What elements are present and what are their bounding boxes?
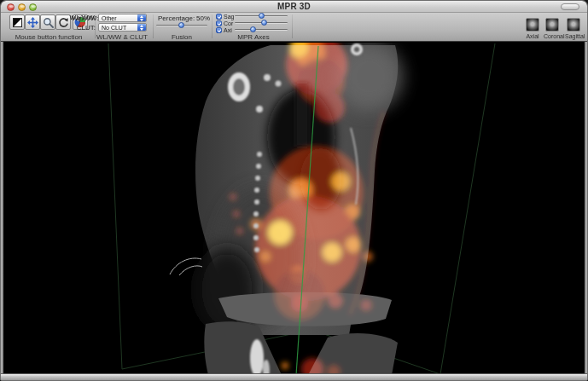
sag-checkbox[interactable]	[216, 14, 222, 20]
coronal-view-label: Coronal	[544, 33, 561, 39]
mouse-group-label: Mouse button function	[6, 33, 91, 41]
wlww-contrast-tool-button[interactable]	[9, 14, 25, 30]
axi-checkbox[interactable]	[216, 27, 222, 33]
toolbar-separator	[153, 14, 154, 38]
fusion-group-label: Fusion	[156, 33, 207, 41]
axial-view-button[interactable]: Axial	[524, 18, 541, 39]
sag-checkbox-label: Sag	[224, 14, 234, 20]
toolbar-separator	[292, 14, 293, 38]
fusion-slider-thumb[interactable]	[178, 22, 184, 28]
magnifier-icon	[43, 17, 54, 28]
wlww-field-label: WL/WW:	[72, 14, 96, 22]
toolbar: Mouse button function WL/WW: Other WL/WW…	[1, 13, 587, 42]
window-frame-right	[585, 42, 587, 380]
toolbar-separator	[212, 14, 212, 38]
contrast-icon	[13, 18, 22, 27]
window-frame-left	[1, 42, 3, 380]
move-arrows-icon	[27, 17, 38, 28]
sag-slider[interactable]	[235, 13, 288, 19]
axi-slider[interactable]	[235, 26, 288, 32]
rotate-arrow-icon	[58, 17, 69, 28]
coronal-view-button[interactable]: Coronal	[544, 18, 561, 39]
volume-rendering-scene	[3, 43, 585, 373]
popup-arrows-icon	[137, 14, 146, 21]
clut-popup-value: No CLUT	[102, 24, 126, 32]
clut-popup[interactable]: No CLUT	[98, 23, 147, 32]
contour-squiggle	[170, 258, 202, 275]
zoom-magnifier-tool-button[interactable]	[40, 14, 55, 30]
wlww-popup[interactable]: Other	[98, 14, 147, 22]
window-title: MPR 3D	[1, 2, 587, 11]
rotate-tool-button[interactable]	[55, 14, 71, 30]
move-pan-tool-button[interactable]	[25, 14, 40, 30]
toolbar-toggle-button[interactable]	[561, 3, 579, 10]
wlww-group-label: WL/WW & CLUT	[91, 33, 153, 41]
titlebar[interactable]: MPR 3D	[1, 1, 587, 13]
axi-slider-track	[235, 29, 288, 31]
window-frame-bottom[interactable]	[1, 373, 587, 380]
cor-checkbox[interactable]	[216, 20, 222, 26]
percentage-label: Percentage:	[158, 14, 195, 22]
mpr-3d-viewport[interactable]	[3, 43, 585, 373]
axi-checkbox-label: Axi	[224, 27, 232, 33]
cor-checkbox-label: Cor	[224, 20, 233, 26]
percentage-value: 50%	[196, 14, 210, 22]
sagittal-view-label: Sagittal	[565, 33, 582, 39]
axial-view-label: Axial	[524, 33, 541, 39]
mpr-3d-window: MPR 3D	[0, 0, 588, 381]
sagittal-view-button[interactable]: Sagittal	[565, 18, 582, 39]
coronal-thumbnail-icon	[545, 18, 559, 32]
wlww-popup-value: Other	[102, 14, 117, 22]
cor-slider[interactable]	[235, 20, 288, 26]
popup-arrows-icon	[137, 24, 146, 31]
clut-field-label: CLUT:	[72, 24, 96, 32]
axial-thumbnail-icon	[526, 18, 539, 32]
sag-slider-thumb[interactable]	[259, 13, 265, 19]
axi-slider-thumb[interactable]	[250, 26, 256, 32]
sagittal-thumbnail-icon	[567, 18, 580, 32]
cor-slider-thumb[interactable]	[261, 20, 267, 26]
mpr-axes-group-label: MPR Axes	[224, 33, 282, 41]
fusion-slider[interactable]	[156, 22, 207, 28]
